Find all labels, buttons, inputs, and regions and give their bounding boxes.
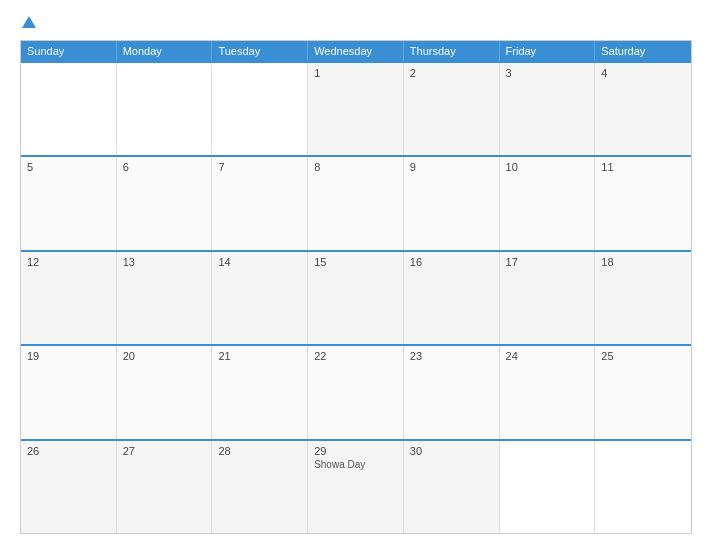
day-number: 14	[218, 256, 301, 268]
day-number: 1	[314, 67, 397, 79]
day-number: 22	[314, 350, 397, 362]
weekday-header: Saturday	[595, 41, 691, 61]
day-number: 28	[218, 445, 301, 457]
calendar-cell: 6	[117, 157, 213, 249]
calendar-week: 26272829Showa Day30	[21, 439, 691, 533]
calendar-cell: 27	[117, 441, 213, 533]
page-header	[20, 16, 692, 30]
calendar-cell: 1	[308, 63, 404, 155]
day-number: 27	[123, 445, 206, 457]
day-number: 11	[601, 161, 685, 173]
weekday-header: Thursday	[404, 41, 500, 61]
day-number: 4	[601, 67, 685, 79]
calendar-body: 1234567891011121314151617181920212223242…	[21, 61, 691, 533]
weekday-header: Monday	[117, 41, 213, 61]
day-number: 23	[410, 350, 493, 362]
calendar-cell: 5	[21, 157, 117, 249]
calendar-cell	[21, 63, 117, 155]
calendar-cell: 9	[404, 157, 500, 249]
calendar-grid: SundayMondayTuesdayWednesdayThursdayFrid…	[20, 40, 692, 534]
day-number: 9	[410, 161, 493, 173]
calendar-cell: 10	[500, 157, 596, 249]
calendar-cell: 11	[595, 157, 691, 249]
calendar-cell: 2	[404, 63, 500, 155]
day-number: 24	[506, 350, 589, 362]
calendar-week: 19202122232425	[21, 344, 691, 438]
day-number: 12	[27, 256, 110, 268]
day-number: 29	[314, 445, 397, 457]
calendar-cell: 16	[404, 252, 500, 344]
calendar-cell: 28	[212, 441, 308, 533]
day-number: 6	[123, 161, 206, 173]
day-number: 2	[410, 67, 493, 79]
calendar-cell: 22	[308, 346, 404, 438]
day-number: 16	[410, 256, 493, 268]
calendar-cell: 13	[117, 252, 213, 344]
calendar-cell	[117, 63, 213, 155]
calendar-week: 1234	[21, 61, 691, 155]
calendar-cell: 26	[21, 441, 117, 533]
calendar-cell: 20	[117, 346, 213, 438]
day-number: 7	[218, 161, 301, 173]
calendar-cell: 17	[500, 252, 596, 344]
calendar-cell: 14	[212, 252, 308, 344]
calendar-week: 567891011	[21, 155, 691, 249]
day-number: 8	[314, 161, 397, 173]
calendar-cell: 3	[500, 63, 596, 155]
day-number: 30	[410, 445, 493, 457]
logo	[20, 16, 36, 30]
day-number: 17	[506, 256, 589, 268]
day-number: 20	[123, 350, 206, 362]
calendar-cell: 4	[595, 63, 691, 155]
calendar-cell: 19	[21, 346, 117, 438]
calendar-cell: 12	[21, 252, 117, 344]
day-number: 19	[27, 350, 110, 362]
calendar-cell: 8	[308, 157, 404, 249]
day-number: 3	[506, 67, 589, 79]
calendar-cell	[500, 441, 596, 533]
day-number: 21	[218, 350, 301, 362]
logo-triangle-icon	[22, 16, 36, 28]
calendar-cell: 18	[595, 252, 691, 344]
day-event: Showa Day	[314, 459, 397, 470]
calendar-cell: 29Showa Day	[308, 441, 404, 533]
calendar-page: SundayMondayTuesdayWednesdayThursdayFrid…	[0, 0, 712, 550]
day-number: 13	[123, 256, 206, 268]
calendar-cell: 23	[404, 346, 500, 438]
calendar-header-row: SundayMondayTuesdayWednesdayThursdayFrid…	[21, 41, 691, 61]
day-number: 18	[601, 256, 685, 268]
calendar-cell: 15	[308, 252, 404, 344]
calendar-cell: 7	[212, 157, 308, 249]
calendar-cell	[212, 63, 308, 155]
weekday-header: Sunday	[21, 41, 117, 61]
calendar-week: 12131415161718	[21, 250, 691, 344]
day-number: 26	[27, 445, 110, 457]
calendar-cell	[595, 441, 691, 533]
weekday-header: Wednesday	[308, 41, 404, 61]
calendar-cell: 24	[500, 346, 596, 438]
day-number: 5	[27, 161, 110, 173]
day-number: 10	[506, 161, 589, 173]
day-number: 15	[314, 256, 397, 268]
weekday-header: Tuesday	[212, 41, 308, 61]
calendar-cell: 25	[595, 346, 691, 438]
calendar-cell: 21	[212, 346, 308, 438]
weekday-header: Friday	[500, 41, 596, 61]
calendar-cell: 30	[404, 441, 500, 533]
day-number: 25	[601, 350, 685, 362]
